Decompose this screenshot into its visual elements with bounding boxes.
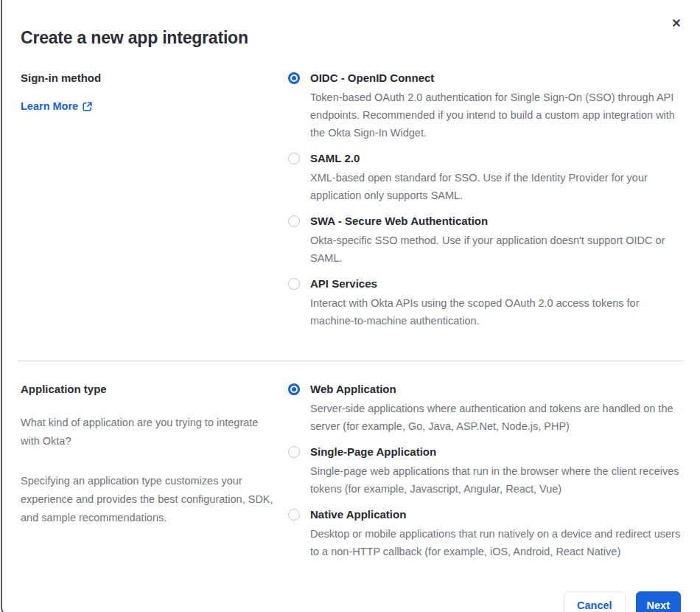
radio-button-api-services[interactable] <box>288 278 300 290</box>
radio-option-api-services: API Services Interact with Okta APIs usi… <box>288 277 683 330</box>
modal-title: Create a new app integration <box>21 0 683 49</box>
application-type-label: Application type <box>21 382 273 397</box>
radio-option-description: XML-based open standard for SSO. Use if … <box>310 169 683 204</box>
radio-option-description: Okta-specific SSO method. Use if your ap… <box>310 232 683 267</box>
next-button[interactable]: Next <box>636 591 681 612</box>
radio-option-label[interactable]: Web Application <box>310 382 683 397</box>
radio-option-native-application: Native Application Desktop or mobile app… <box>288 507 683 560</box>
create-app-integration-dialog: ✕ Create a new app integration Sign-in m… <box>0 0 700 612</box>
cancel-button[interactable]: Cancel <box>564 591 626 612</box>
radio-button-oidc[interactable] <box>288 72 300 84</box>
learn-more-link[interactable]: Learn More <box>21 100 92 113</box>
radio-option-description: Single-page web applications that run in… <box>310 462 683 498</box>
radio-option-web-application: Web Application Server-side applications… <box>288 382 683 435</box>
radio-option-description: Interact with Okta APIs using the scoped… <box>310 294 683 330</box>
radio-option-label[interactable]: Single-Page Application <box>310 445 683 459</box>
radio-option-label[interactable]: API Services <box>310 277 683 291</box>
dialog-footer: Cancel Next <box>21 591 681 612</box>
radio-option-description: Desktop or mobile applications that run … <box>310 525 683 560</box>
radio-button-native-application[interactable] <box>288 509 300 521</box>
radio-button-web-application[interactable] <box>288 383 300 395</box>
radio-option-single-page-application: Single-Page Application Single-page web … <box>288 445 683 498</box>
section-divider <box>18 361 683 361</box>
signin-method-options: OIDC - OpenID Connect Token-based OAuth … <box>288 71 683 339</box>
radio-option-description: Token-based OAuth 2.0 authentication for… <box>310 88 683 142</box>
signin-method-label: Sign-in method <box>21 71 273 86</box>
application-type-question: What kind of application are you trying … <box>21 414 273 451</box>
radio-option-saml: SAML 2.0 XML-based open standard for SSO… <box>288 151 683 204</box>
radio-option-label[interactable]: SWA - Secure Web Authentication <box>310 214 683 229</box>
close-icon: ✕ <box>671 18 681 29</box>
radio-button-single-page-application[interactable] <box>288 446 300 458</box>
application-type-note: Specifying an application type customize… <box>21 472 273 527</box>
application-type-left-column: Application type What kind of applicatio… <box>21 382 288 570</box>
signin-method-left-column: Sign-in method Learn More <box>21 71 288 339</box>
external-link-icon <box>83 102 92 111</box>
radio-button-saml[interactable] <box>288 153 300 164</box>
learn-more-label: Learn More <box>21 100 78 113</box>
radio-option-description: Server-side applications where authentic… <box>310 400 683 435</box>
close-button[interactable]: ✕ <box>668 15 685 32</box>
radio-option-label[interactable]: Native Application <box>310 507 683 522</box>
application-type-section: Application type What kind of applicatio… <box>21 382 683 570</box>
radio-option-swa: SWA - Secure Web Authentication Okta-spe… <box>288 214 683 267</box>
radio-option-label[interactable]: OIDC - OpenID Connect <box>310 71 683 86</box>
signin-method-section: Sign-in method Learn More OIDC - OpenID … <box>21 71 683 339</box>
application-type-options: Web Application Server-side applications… <box>288 382 683 570</box>
radio-option-oidc: OIDC - OpenID Connect Token-based OAuth … <box>288 71 683 142</box>
radio-option-label[interactable]: SAML 2.0 <box>310 151 683 166</box>
radio-button-swa[interactable] <box>288 215 300 227</box>
